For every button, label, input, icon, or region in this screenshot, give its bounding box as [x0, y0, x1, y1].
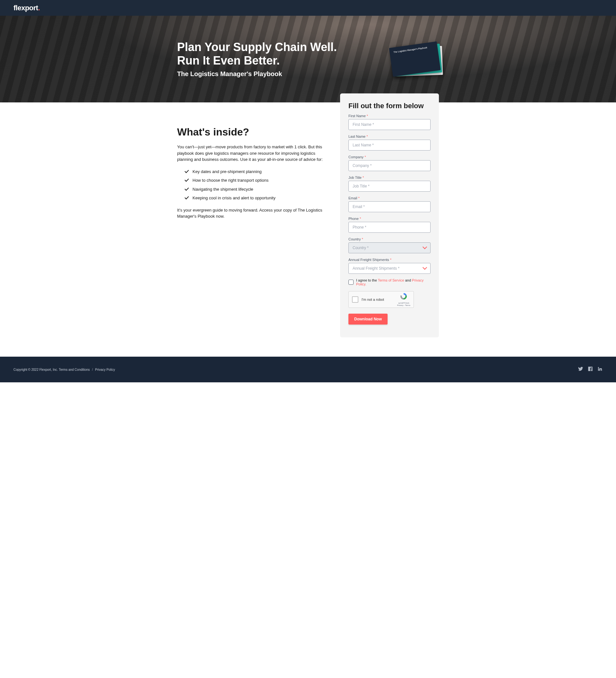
country-label: Country * — [348, 237, 430, 241]
form-card: Fill out the form below First Name * Las… — [340, 93, 439, 337]
hero-text: Plan Your Supply Chain Well.Run It Even … — [177, 40, 337, 78]
brand-logo[interactable]: flexport. — [13, 4, 40, 12]
agree-checkbox[interactable] — [348, 279, 354, 285]
country-placeholder: Country * — [353, 246, 369, 250]
footer-social — [578, 366, 603, 373]
twitter-icon[interactable] — [578, 366, 583, 373]
content-intro: You can't—just yet—move products from fa… — [177, 144, 324, 163]
hero-title: Plan Your Supply Chain Well.Run It Even … — [177, 40, 337, 67]
tos-link[interactable]: Terms of Service — [378, 278, 404, 282]
hero-section: Plan Your Supply Chain Well.Run It Even … — [0, 16, 616, 102]
country-select[interactable]: Country * — [348, 242, 430, 253]
bullet-item: Keeping cool in crisis and alert to oppo… — [185, 194, 324, 202]
first-name-input[interactable] — [348, 119, 430, 130]
footer: Copyright © 2022 Flexport, Inc. Terms an… — [0, 356, 616, 382]
company-input[interactable] — [348, 160, 430, 171]
brand-dot: . — [38, 4, 40, 12]
form-heading: Fill out the form below — [348, 102, 430, 110]
company-label: Company * — [348, 155, 430, 159]
recaptcha-checkbox[interactable] — [352, 296, 358, 303]
shipments-label: Annual Freight Shipments * — [348, 258, 430, 262]
bullet-item: Navigating the shipment lifecycle — [185, 185, 324, 194]
chevron-down-icon — [423, 246, 426, 250]
email-input[interactable] — [348, 201, 430, 212]
job-title-input[interactable] — [348, 181, 430, 192]
content-bullets: Key dates and pre-shipment planning How … — [177, 167, 324, 202]
recaptcha-icon — [400, 293, 407, 300]
linkedin-icon[interactable] — [598, 366, 603, 373]
shipments-placeholder: Annual Freight Shipments * — [353, 266, 400, 271]
footer-terms-link[interactable]: Terms and Conditions — [59, 368, 90, 371]
first-name-label: First Name * — [348, 114, 430, 118]
chevron-down-icon — [423, 267, 426, 270]
bullet-item: Key dates and pre-shipment planning — [185, 167, 324, 176]
brand-name: flexport — [13, 4, 38, 12]
agree-row: I agree to the Terms of Service and Priv… — [348, 278, 430, 286]
bullet-item: How to choose the right transport option… — [185, 176, 324, 185]
facebook-icon[interactable] — [588, 366, 593, 373]
recaptcha-label: I'm not a robot — [362, 298, 394, 301]
last-name-input[interactable] — [348, 140, 430, 151]
last-name-label: Last Name * — [348, 135, 430, 138]
hero-playbook-card: The Logistics Manager's Playbook — [389, 41, 441, 77]
hero-subtitle: The Logistics Manager's Playbook — [177, 70, 337, 78]
job-title-label: Job Title * — [348, 176, 430, 180]
content-section: What's inside? You can't—just yet—move p… — [177, 102, 330, 224]
agree-text: I agree to the Terms of Service and Priv… — [356, 278, 430, 286]
header: flexport. — [0, 0, 616, 16]
email-label: Email * — [348, 196, 430, 200]
shipments-select[interactable]: Annual Freight Shipments * — [348, 263, 430, 274]
footer-privacy-link[interactable]: Privacy Policy — [95, 368, 115, 371]
content-outro: It's your evergreen guide to moving forw… — [177, 207, 324, 220]
phone-label: Phone * — [348, 217, 430, 221]
content-heading: What's inside? — [177, 126, 324, 138]
recaptcha-badge: reCAPTCHA Privacy - Terms — [397, 293, 410, 306]
submit-button[interactable]: Download Now — [348, 314, 387, 325]
phone-input[interactable] — [348, 222, 430, 233]
footer-copyright: Copyright © 2022 Flexport, Inc. Terms an… — [13, 368, 115, 371]
recaptcha-widget[interactable]: I'm not a robot reCAPTCHA Privacy - Term… — [348, 291, 414, 308]
